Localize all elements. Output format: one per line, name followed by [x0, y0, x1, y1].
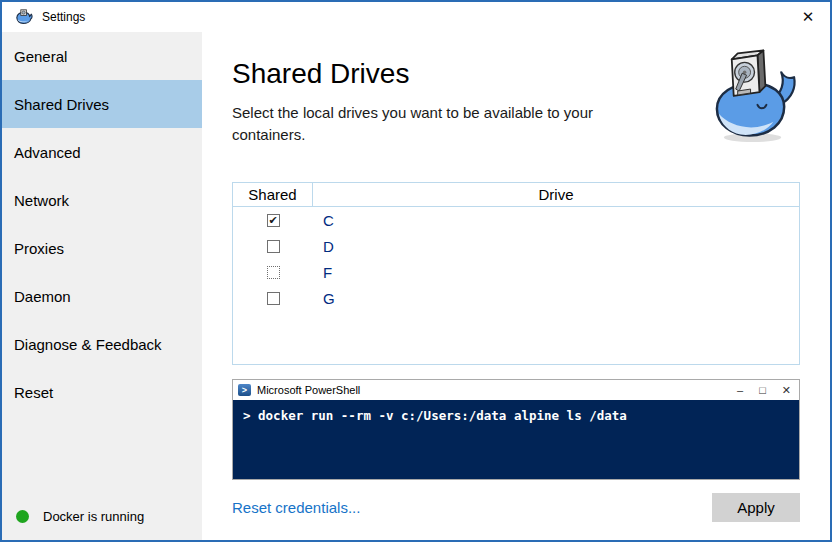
sidebar: GeneralShared DrivesAdvancedNetworkProxi… — [2, 32, 202, 540]
column-header-shared: Shared — [233, 186, 312, 203]
apply-button[interactable]: Apply — [712, 493, 800, 522]
drive-letter: G — [313, 290, 799, 307]
powershell-window: > Microsoft PowerShell – □ ✕ > docker ru… — [232, 379, 800, 480]
hard-drive-icon — [732, 50, 766, 96]
share-checkbox-d[interactable] — [267, 240, 280, 253]
drive-letter: C — [313, 212, 799, 229]
sidebar-item-proxies[interactable]: Proxies — [2, 224, 202, 272]
table-row: D — [233, 233, 799, 259]
title-bar: Settings ✕ — [2, 2, 830, 32]
sidebar-nav: GeneralShared DrivesAdvancedNetworkProxi… — [2, 32, 202, 416]
sidebar-item-diagnose-feedback[interactable]: Diagnose & Feedback — [2, 320, 202, 368]
settings-window: Settings ✕ GeneralShared DrivesAdvancedN… — [0, 0, 832, 542]
docker-whale-icon — [14, 9, 34, 25]
drive-letter: F — [313, 264, 799, 281]
table-header: Shared Drive — [233, 183, 799, 207]
shared-drives-table: Shared Drive ✔CDFG — [232, 182, 800, 365]
minimize-icon[interactable]: – — [737, 385, 743, 396]
column-header-drive: Drive — [313, 186, 799, 203]
shared-cell: ✔ — [233, 214, 313, 227]
sidebar-item-advanced[interactable]: Advanced — [2, 128, 202, 176]
powershell-icon: > — [238, 384, 251, 396]
sidebar-item-daemon[interactable]: Daemon — [2, 272, 202, 320]
window-title: Settings — [42, 10, 85, 24]
status-text: Docker is running — [43, 509, 144, 524]
table-body: ✔CDFG — [233, 207, 799, 311]
sidebar-item-reset[interactable]: Reset — [2, 368, 202, 416]
reset-credentials-link[interactable]: Reset credentials... — [232, 499, 360, 516]
share-checkbox-f[interactable] — [267, 266, 280, 279]
shared-cell — [233, 266, 313, 279]
page-title: Shared Drives — [232, 58, 409, 90]
powershell-title: Microsoft PowerShell — [257, 384, 360, 396]
docker-status: Docker is running — [16, 509, 144, 524]
table-row: G — [233, 285, 799, 311]
table-row: F — [233, 259, 799, 285]
powershell-titlebar: > Microsoft PowerShell – □ ✕ — [233, 380, 799, 400]
maximize-icon[interactable]: □ — [759, 385, 766, 396]
window-close-button[interactable]: ✕ — [786, 2, 830, 32]
page-description: Select the local drives you want to be a… — [232, 102, 604, 146]
console-command: > docker run --rm -v c:/Users:/data alpi… — [243, 408, 627, 423]
sidebar-item-general[interactable]: General — [2, 32, 202, 80]
share-checkbox-g[interactable] — [267, 292, 280, 305]
powershell-console[interactable]: > docker run --rm -v c:/Users:/data alpi… — [233, 400, 799, 479]
shared-cell — [233, 240, 313, 253]
sidebar-item-network[interactable]: Network — [2, 176, 202, 224]
main-content: Shared Drives Select the local drives yo… — [202, 32, 830, 540]
close-icon[interactable]: ✕ — [782, 385, 791, 396]
share-checkbox-c[interactable]: ✔ — [267, 214, 280, 227]
powershell-controls: – □ ✕ — [721, 385, 791, 396]
sidebar-item-shared-drives[interactable]: Shared Drives — [2, 80, 202, 128]
whale-harddrive-illustration — [708, 45, 802, 145]
table-row: ✔C — [233, 207, 799, 233]
status-dot-icon — [16, 510, 29, 523]
drive-letter: D — [313, 238, 799, 255]
shared-cell — [233, 292, 313, 305]
